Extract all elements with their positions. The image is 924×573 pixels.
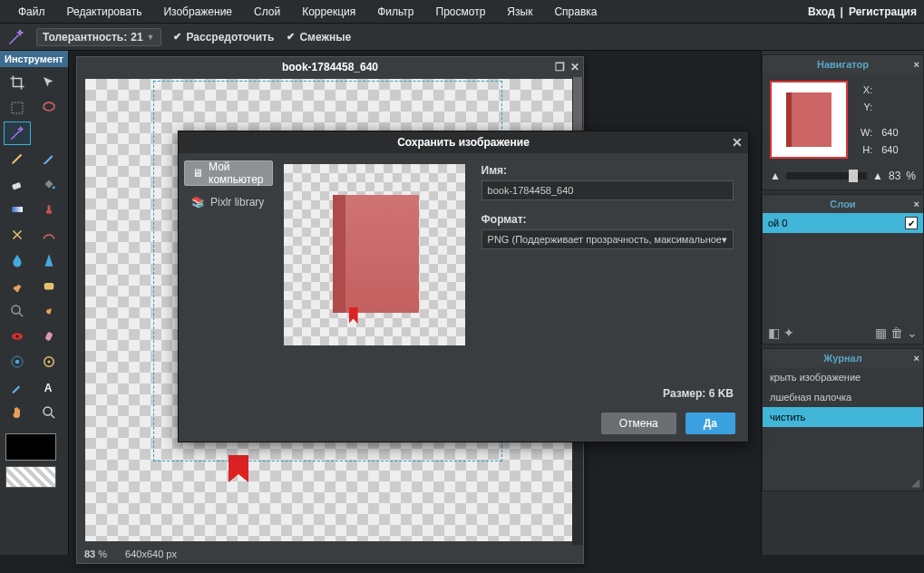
tool-gradient[interactable] [4, 198, 31, 221]
tolerance-field[interactable]: Толерантность: 21 ▼ [36, 28, 161, 46]
wand-icon [7, 28, 25, 46]
svg-rect-0 [12, 102, 23, 113]
svg-point-15 [44, 407, 52, 415]
document-titlebar[interactable]: book-1784458_640 ❐ ✕ [77, 57, 583, 77]
close-icon[interactable]: ✕ [732, 135, 743, 150]
tool-hand[interactable] [4, 401, 31, 424]
svg-rect-2 [12, 182, 22, 190]
scatter-checkbox[interactable]: ✔ Рассредоточить [172, 31, 275, 44]
toolbox: Инструмент A [0, 51, 69, 555]
register-link[interactable]: Регистрация [849, 5, 917, 18]
tool-burn[interactable] [35, 299, 63, 323]
navigator-panel: Навигатор × X: Y: W:640 H:640 ▲ ▲ 83 % [762, 54, 924, 190]
svg-point-6 [12, 306, 20, 314]
tool-smudge[interactable] [4, 274, 31, 297]
tool-replace-color[interactable] [4, 223, 31, 247]
tool-type[interactable]: A [35, 375, 63, 399]
caret-down-icon: ▼ [147, 33, 155, 42]
layer-visibility-checkbox[interactable]: ✔ [905, 217, 918, 229]
zoom-out-icon[interactable]: ▲ [770, 170, 781, 182]
tolerance-value: 21 [131, 31, 142, 44]
book-icon: 📚 [191, 196, 205, 209]
tool-crop[interactable] [4, 71, 31, 94]
menu-edit[interactable]: Редактировать [56, 0, 153, 24]
close-icon[interactable]: × [914, 199, 919, 209]
toolbox-header: Инструмент [0, 51, 68, 67]
navigator-title: Навигатор [817, 59, 869, 70]
login-link[interactable]: Вход [808, 5, 835, 18]
close-icon[interactable]: ✕ [570, 61, 579, 73]
svg-point-3 [52, 186, 54, 189]
menu-filter[interactable]: Фильтр [366, 0, 424, 24]
tool-heal[interactable] [35, 325, 63, 348]
check-icon: ✔ [172, 32, 183, 43]
tool-dodge[interactable] [4, 299, 31, 323]
ok-button[interactable]: Да [686, 413, 735, 434]
nav-zoom-value: 83 [889, 170, 900, 182]
tool-blur[interactable] [4, 248, 31, 272]
tool-sponge[interactable] [35, 274, 63, 297]
menu-adjust[interactable]: Коррекция [291, 0, 366, 24]
resize-grip-icon[interactable]: ◢ [763, 476, 923, 490]
tool-redeye[interactable] [4, 325, 31, 348]
tool-pinch[interactable] [35, 350, 63, 374]
restore-icon[interactable]: ❐ [555, 61, 565, 73]
palette-swatch[interactable] [5, 466, 56, 488]
zoom-in-icon[interactable]: ▲ [872, 170, 883, 182]
svg-point-1 [44, 102, 54, 111]
tool-zoom[interactable] [35, 401, 63, 424]
layer-row[interactable]: ой 0 ✔ [763, 213, 923, 233]
zoom-slider[interactable] [786, 172, 867, 180]
status-zoom-pct: % [98, 549, 107, 559]
history-item[interactable]: крыть изображение [763, 367, 923, 387]
close-icon[interactable]: × [914, 353, 919, 364]
status-dimensions: 640x640 px [125, 549, 177, 559]
tab-my-computer[interactable]: 🖥 Мой компьютер [184, 160, 273, 186]
tool-draw[interactable] [35, 223, 63, 247]
tool-sharpen[interactable] [35, 248, 63, 272]
auth-sep: | [835, 5, 849, 18]
history-panel: Журнал× крыть изображение лшебная палочк… [762, 348, 924, 491]
layer-ops-left[interactable]: ◧ ✦ [768, 325, 794, 340]
menu-lang[interactable]: Язык [496, 0, 543, 24]
contiguous-checkbox[interactable]: ✔ Смежные [285, 31, 351, 44]
tool-pencil[interactable] [4, 147, 31, 170]
tool-stamp[interactable] [35, 198, 63, 221]
menu-image[interactable]: Изображение [152, 0, 243, 24]
tool-eraser[interactable] [4, 172, 31, 196]
tab-pixlr-library[interactable]: 📚 Pixlr library [184, 189, 273, 215]
dialog-titlebar[interactable]: Сохранить изображение ✕ [179, 131, 748, 153]
document-title: book-1784458_640 [282, 61, 378, 73]
tool-bloat[interactable] [4, 350, 31, 374]
foreground-swatch[interactable] [5, 433, 56, 461]
tool-bucket[interactable] [35, 172, 63, 196]
scatter-label: Рассредоточить [187, 31, 275, 44]
menu-view[interactable]: Просмотр [425, 0, 497, 24]
menu-help[interactable]: Справка [543, 0, 608, 24]
tool-brush[interactable] [35, 147, 63, 170]
document-statusbar: 83 % 640x640 px [77, 545, 583, 563]
menu-layer[interactable]: Слой [243, 0, 291, 24]
navigator-info: X: Y: W:640 H:640 [855, 81, 904, 159]
navigator-thumbnail[interactable] [770, 81, 848, 159]
format-select[interactable]: PNG (Поддерживает прозрачность, максимал… [481, 229, 734, 249]
save-dialog: Сохранить изображение ✕ 🖥 Мой компьютер … [178, 131, 749, 442]
size-label: Размер: 6 KB [663, 387, 734, 400]
layers-title: Слои [830, 199, 855, 209]
history-item[interactable]: чистить [763, 407, 923, 427]
tool-lasso[interactable] [35, 96, 63, 120]
format-label: Формат: [481, 213, 734, 226]
tool-marquee[interactable] [4, 96, 31, 120]
name-input[interactable] [481, 180, 734, 200]
menu-file[interactable]: Файл [7, 0, 56, 24]
right-panels: Навигатор × X: Y: W:640 H:640 ▲ ▲ 83 % [761, 51, 924, 555]
history-item[interactable]: лшебная палочка [763, 387, 923, 407]
cancel-button[interactable]: Отмена [601, 413, 676, 434]
svg-rect-5 [44, 283, 53, 290]
tool-wand[interactable] [4, 121, 31, 145]
tab-pixlr-label: Pixlr library [210, 196, 264, 209]
layer-ops-right[interactable]: ▦ 🗑 ⌄ [875, 325, 918, 340]
tool-eyedropper[interactable] [4, 375, 31, 399]
close-icon[interactable]: × [914, 59, 919, 70]
tool-move[interactable] [35, 71, 63, 94]
